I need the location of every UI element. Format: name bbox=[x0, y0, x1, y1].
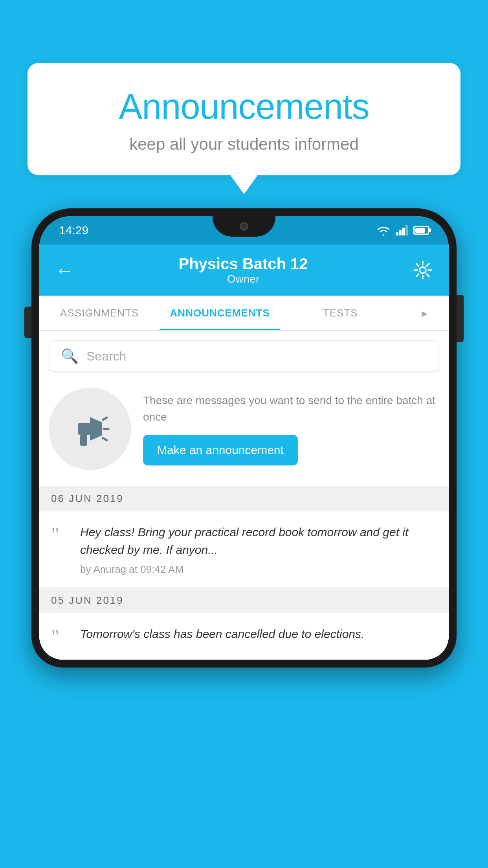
tab-assignments[interactable]: ASSIGNMENTS bbox=[39, 296, 160, 330]
tab-more[interactable]: ▸ bbox=[400, 296, 449, 330]
svg-point-4 bbox=[420, 267, 426, 273]
battery-icon bbox=[413, 226, 429, 235]
bubble-subtitle: keep all your students informed bbox=[51, 135, 437, 154]
batch-name: Physics Batch 12 bbox=[178, 255, 308, 273]
tab-tests[interactable]: TESTS bbox=[280, 296, 400, 330]
announcement-content-2: Tomorrow's class has been cancelled due … bbox=[80, 625, 437, 647]
status-bar: 14:29 bbox=[39, 216, 449, 245]
cta-right: These are messages you want to send to t… bbox=[143, 392, 437, 465]
speech-bubble-section: Announcements keep all your students inf… bbox=[28, 63, 460, 175]
date-separator-2: 05 JUN 2019 bbox=[39, 588, 449, 613]
bubble-title: Announcements bbox=[51, 86, 437, 127]
megaphone-icon bbox=[68, 407, 112, 451]
date-separator-1: 06 JUN 2019 bbox=[39, 486, 449, 511]
app-header: ← Physics Batch 12 Owner bbox=[39, 245, 449, 296]
status-icons bbox=[376, 225, 429, 235]
svg-marker-5 bbox=[90, 417, 102, 441]
back-button[interactable]: ← bbox=[55, 259, 74, 281]
svg-rect-0 bbox=[396, 232, 398, 235]
announcement-text-1: Hey class! Bring your practical record b… bbox=[80, 523, 437, 559]
cta-description: These are messages you want to send to t… bbox=[143, 392, 437, 425]
phone-wrapper: 14:29 bbox=[31, 208, 457, 868]
announcement-content-1: Hey class! Bring your practical record b… bbox=[80, 523, 437, 576]
content-area: 🔍 Search bbox=[39, 340, 449, 660]
svg-line-10 bbox=[103, 438, 107, 440]
megaphone-circle bbox=[49, 388, 131, 470]
announcement-item-1[interactable]: " Hey class! Bring your practical record… bbox=[39, 511, 449, 588]
status-time: 14:29 bbox=[59, 224, 88, 237]
svg-rect-3 bbox=[405, 225, 408, 235]
svg-line-8 bbox=[103, 417, 107, 420]
cta-section: These are messages you want to send to t… bbox=[39, 372, 449, 486]
search-placeholder: Search bbox=[86, 349, 126, 364]
wifi-icon bbox=[376, 225, 391, 235]
signal-icon bbox=[396, 225, 408, 235]
make-announcement-button[interactable]: Make an announcement bbox=[143, 435, 298, 465]
svg-rect-2 bbox=[402, 228, 405, 235]
svg-rect-7 bbox=[80, 435, 87, 446]
phone-outer: 14:29 bbox=[31, 208, 457, 668]
search-bar[interactable]: 🔍 Search bbox=[49, 340, 439, 372]
header-title-group: Physics Batch 12 Owner bbox=[178, 255, 308, 285]
notch bbox=[213, 216, 275, 237]
search-icon: 🔍 bbox=[61, 348, 79, 364]
svg-rect-6 bbox=[78, 423, 91, 435]
announcement-item-2[interactable]: " Tomorrow's class has been cancelled du… bbox=[39, 613, 449, 660]
quote-icon-2: " bbox=[51, 627, 71, 647]
announcement-meta-1: by Anurag at 09:42 AM bbox=[80, 563, 437, 576]
camera-dot bbox=[240, 222, 248, 231]
svg-rect-1 bbox=[399, 230, 402, 235]
header-role: Owner bbox=[178, 273, 308, 285]
tab-announcements[interactable]: ANNOUNCEMENTS bbox=[160, 296, 280, 330]
settings-icon[interactable] bbox=[413, 260, 433, 280]
announcement-text-2: Tomorrow's class has been cancelled due … bbox=[80, 625, 437, 643]
quote-icon-1: " bbox=[51, 525, 71, 545]
speech-bubble-card: Announcements keep all your students inf… bbox=[28, 63, 460, 175]
tabs-bar: ASSIGNMENTS ANNOUNCEMENTS TESTS ▸ bbox=[39, 296, 449, 331]
phone-inner: 14:29 bbox=[39, 216, 449, 660]
